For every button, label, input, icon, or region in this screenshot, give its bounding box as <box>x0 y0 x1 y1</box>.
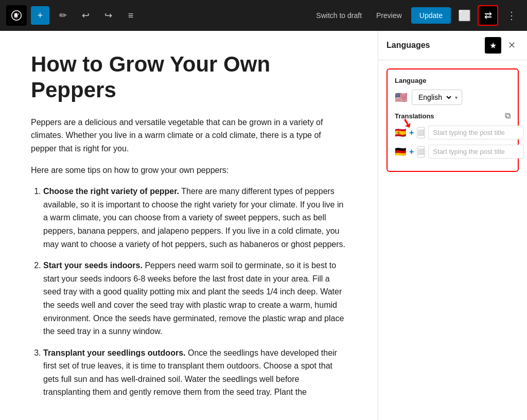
list-icon[interactable]: ≡ <box>121 6 140 25</box>
pencil-icon[interactable]: ✏ <box>54 6 72 25</box>
spanish-add-button[interactable]: + <box>409 128 414 138</box>
spanish-flag: 🇪🇸 <box>395 127 406 138</box>
main-area: How to Grow Your Own Peppers Peppers are… <box>0 31 527 420</box>
list-item-3: Transplant your seedlings outdoors. Once… <box>43 346 347 399</box>
more-options-button[interactable]: ⋮ <box>502 6 521 25</box>
topbar: + ✏ ↩ ↪ ≡ Switch to draft Preview Update… <box>0 0 527 31</box>
spanish-translation-wrapper: ➘ 🇪🇸 + ⬜ <box>395 126 511 139</box>
undo-icon[interactable]: ↩ <box>76 6 95 25</box>
list-item-2: Start your seeds indoors. Peppers need w… <box>43 259 347 338</box>
german-add-button[interactable]: + <box>409 147 414 157</box>
sidebar-header-icons: ★ ✕ <box>485 37 519 54</box>
german-flag: 🇩🇪 <box>395 146 406 157</box>
editor: How to Grow Your Own Peppers Peppers are… <box>0 31 378 420</box>
language-label: Language <box>395 77 511 84</box>
list-item-1-text: There are many different types of pepper… <box>43 187 345 248</box>
paragraph-1: Peppers are a delicious and versatile ve… <box>31 116 347 155</box>
wp-logo <box>6 5 27 26</box>
list-item-2-bold: Start your seeds indoors. <box>43 261 143 270</box>
redo-icon[interactable]: ↪ <box>99 6 117 25</box>
update-button[interactable]: Update <box>411 7 451 24</box>
sidebar-title: Languages <box>387 41 430 50</box>
language-panel: Language 🇺🇸 English Spanish German Trans… <box>387 68 519 172</box>
list-item-1-bold: Choose the right variety of pepper. <box>43 187 179 196</box>
list-item-3-bold: Transplant your seedlings outdoors. <box>43 348 185 357</box>
language-select-wrapper[interactable]: English Spanish German <box>412 90 462 105</box>
german-page-button[interactable]: ⬜ <box>417 146 425 157</box>
tips-list: Choose the right variety of pepper. Ther… <box>31 185 347 399</box>
sidebar: Languages ★ ✕ Language 🇺🇸 English Spanis… <box>378 31 527 420</box>
spanish-title-input[interactable] <box>428 126 524 139</box>
sidebar-header: Languages ★ ✕ <box>378 31 527 60</box>
translate-button[interactable]: ⇄ <box>478 5 498 26</box>
layout-toggle-button[interactable]: ⬜ <box>455 6 473 25</box>
preview-button[interactable]: Preview <box>371 8 407 23</box>
translations-header: Translations ⧉ <box>395 111 511 120</box>
language-row: 🇺🇸 English Spanish German <box>395 90 511 105</box>
us-flag: 🇺🇸 <box>395 91 408 103</box>
copy-icon[interactable]: ⧉ <box>505 111 511 120</box>
german-translation-row: 🇩🇪 + ⬜ <box>395 145 511 159</box>
post-body: Peppers are a delicious and versatile ve… <box>31 116 347 399</box>
spanish-translation-row: 🇪🇸 + ⬜ <box>395 126 511 139</box>
add-button[interactable]: + <box>31 6 49 25</box>
list-item-2-text: Peppers need warm soil to germinate, so … <box>43 261 344 336</box>
language-select[interactable]: English Spanish German <box>416 93 453 102</box>
post-title[interactable]: How to Grow Your Own Peppers <box>31 51 347 103</box>
topbar-right: Switch to draft Preview Update ⬜ ⇄ ⋮ <box>311 5 521 26</box>
switch-to-draft-button[interactable]: Switch to draft <box>311 8 367 23</box>
translations-label: Translations <box>395 112 434 120</box>
paragraph-2: Here are some tips on how to grow your o… <box>31 164 347 177</box>
close-sidebar-button[interactable]: ✕ <box>504 38 519 52</box>
spanish-page-button[interactable]: ⬜ <box>417 127 425 138</box>
star-button[interactable]: ★ <box>485 37 501 54</box>
list-item-1: Choose the right variety of pepper. Ther… <box>43 185 347 251</box>
german-title-input[interactable] <box>428 145 524 159</box>
